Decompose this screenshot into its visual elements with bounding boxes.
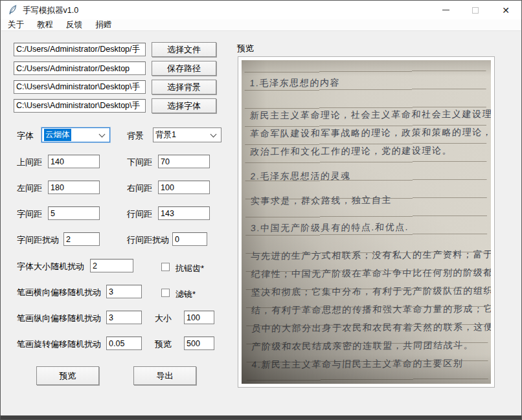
font-label: 字体 [17, 130, 34, 142]
preview-size-label: 预览 [155, 338, 172, 350]
font-combobox[interactable]: 云烟体 [41, 127, 110, 142]
title-bar: 手写模拟器v1.0 ✕ [1, 1, 521, 19]
line-spacing-jitter-input[interactable] [172, 232, 207, 246]
maximize-button[interactable] [460, 1, 490, 19]
antialias-checkbox-label: 抗锯齿* [176, 263, 204, 274]
char-spacing-jitter-input[interactable] [63, 232, 100, 246]
stroke-horizontal-jitter-label: 笔画横向偏移随机扰动 [17, 287, 101, 298]
font-size-jitter-label: 字体大小随机扰动 [17, 261, 84, 272]
close-icon: ✕ [502, 6, 510, 15]
handwriting-line: 与先进的生产方式相联系；没有私人的生产资料；富于组织 [251, 249, 491, 262]
left-margin-input[interactable] [48, 181, 100, 194]
handwriting-preview-image: 1.毛泽东思想的内容新民主主义革命理论，社会主义革命和社会主义建设理论，革命军队… [242, 60, 491, 384]
top-margin-label: 上间距 [17, 157, 42, 168]
bottom-margin-input[interactable] [158, 155, 210, 168]
font-path-input[interactable] [14, 99, 146, 113]
choose-font-button[interactable]: 选择字体 [152, 98, 216, 113]
preview-panel-label: 预览 [237, 43, 254, 54]
minimize-button[interactable] [431, 1, 460, 19]
handwriting-line: 新民主主义革命理论，社会主义革命和社会主义建设理论， [249, 108, 491, 122]
handwriting-line: 坚决和彻底；它集中分布，有利于无产阶级队伍的组织和团 [251, 285, 491, 298]
size-label: 大小 [155, 313, 172, 324]
char-spacing-jitter-label: 字间距扰动 [17, 234, 59, 246]
font-size-jitter-input[interactable] [90, 259, 133, 272]
minimize-icon [442, 10, 449, 11]
handwriting-line: 1.毛泽东思想的内容 [249, 77, 341, 89]
handwriting-line: 实事求是，群众路线，独立自主 [250, 195, 392, 208]
antialias-checkbox[interactable] [161, 263, 170, 271]
choose-background-button[interactable]: 选择背景 [152, 80, 216, 94]
save-path-input[interactable] [14, 61, 146, 75]
preview-canvas: 1.毛泽东思想的内容新民主主义革命理论，社会主义革命和社会主义建设理论，革命军队… [238, 56, 495, 388]
background-combobox-value: 背景1 [155, 129, 176, 140]
background-combobox[interactable]: 背景1 [153, 127, 221, 142]
char-spacing-label: 字间距 [17, 208, 42, 220]
feather-icon [7, 5, 18, 16]
line-spacing-jitter-label: 行间距扰动 [127, 234, 169, 246]
handwriting-line: 产阶级和农民结成亲密的连联盟，共同团结战斗。 [251, 340, 474, 353]
menu-bar: 关于 教程 反馈 捐赠 [1, 19, 521, 31]
line-spacing-label: 行间距 [127, 208, 152, 220]
source-file-input[interactable] [14, 43, 146, 56]
handwriting-line: 结，有利于革命思想的传播和强大革命力量的形成；它的成 [251, 303, 491, 316]
app-window: 手写模拟器v1.0 ✕ 关于 教程 反馈 捐赠 选择文件 保存路径 选择背景 选… [0, 0, 522, 420]
handwriting-line: 2.毛泽东思想活的灵魂 [250, 170, 351, 182]
right-margin-label: 右间距 [127, 182, 152, 194]
close-button[interactable]: ✕ [491, 1, 521, 19]
stroke-vertical-jitter-label: 笔画纵向偏移随机扰动 [17, 313, 101, 324]
menu-item-donate[interactable]: 捐赠 [89, 19, 118, 30]
menu-item-about[interactable]: 关于 [1, 19, 30, 30]
line-spacing-input[interactable] [158, 206, 210, 220]
handwriting-line: 4.新民主主义革命与旧民主主义革命的主要区别 [251, 358, 464, 371]
preview-size-input[interactable] [184, 337, 214, 350]
background-path-input[interactable] [14, 80, 146, 94]
stroke-rotation-jitter-input[interactable] [106, 337, 142, 350]
handwriting-line: 纪律性；中国无产阶级在革命斗争中比任何别的阶级都来的 [251, 267, 491, 280]
handwriting-lines: 1.毛泽东思想的内容新民主主义革命理论，社会主义革命和社会主义建设理论，革命军队… [249, 60, 489, 384]
right-margin-input[interactable] [158, 181, 210, 194]
choose-file-button[interactable]: 选择文件 [152, 42, 216, 57]
handwriting-line: 革命军队建设和军事战略的理论，政策和策略的理论，思想 [249, 126, 491, 140]
stroke-rotation-jitter-label: 笔画旋转偏移随机扰动 [17, 338, 101, 350]
left-margin-label: 左间距 [17, 182, 42, 194]
filter-checkbox-label: 滤镜* [176, 289, 196, 300]
font-combobox-value: 云烟体 [44, 129, 71, 141]
char-spacing-input[interactable] [48, 206, 100, 220]
preview-button[interactable]: 预览 [36, 366, 99, 385]
size-input[interactable] [184, 311, 214, 324]
handwriting-line: 3.中国无产阶级具有的特点.和优点. [251, 222, 409, 235]
stroke-vertical-jitter-input[interactable] [106, 311, 142, 324]
handwriting-line: 员中的大部分出身于农民和农民有着天然的联系，这便将无 [251, 321, 491, 335]
stroke-horizontal-jitter-input[interactable] [106, 285, 142, 298]
export-button[interactable]: 导出 [133, 366, 196, 385]
window-bottom-edge [1, 415, 521, 419]
menu-item-feedback[interactable]: 反馈 [60, 19, 89, 30]
filter-checkbox[interactable] [161, 289, 170, 297]
chevron-down-icon [99, 131, 106, 138]
handwriting-line: 政治工作和文化工作的理论，党的建设理论。 [250, 145, 453, 158]
menu-item-tutorial[interactable]: 教程 [30, 19, 60, 30]
window-title: 手写模拟器v1.0 [23, 5, 78, 16]
top-margin-input[interactable] [48, 155, 100, 168]
save-path-button[interactable]: 保存路径 [152, 61, 216, 76]
chevron-down-icon [210, 131, 217, 138]
bottom-margin-label: 下间距 [127, 157, 152, 168]
background-label: 背景 [127, 130, 144, 142]
maximize-icon [472, 7, 479, 14]
